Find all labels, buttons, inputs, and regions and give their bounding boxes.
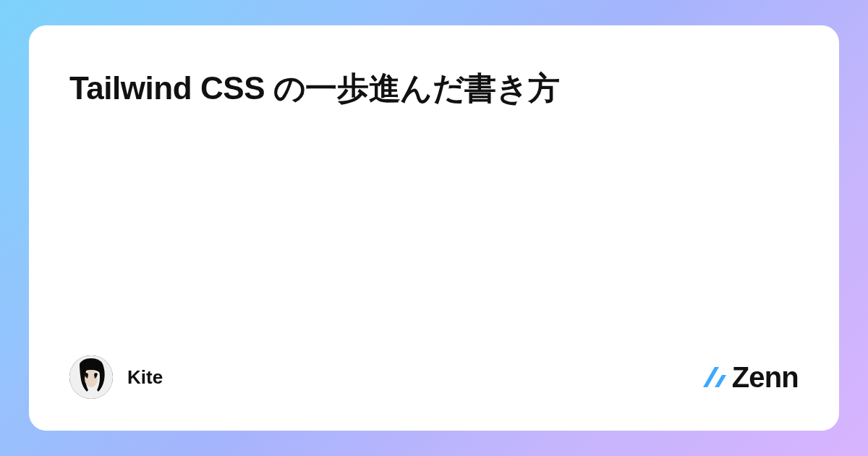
article-title: Tailwind CSS の一歩進んだ書き方 <box>69 66 799 111</box>
author-section: Kite <box>69 355 163 399</box>
article-card: Tailwind CSS の一歩進んだ書き方 Kite Zenn <box>29 25 839 431</box>
card-footer: Kite Zenn <box>69 355 799 399</box>
platform-name: Zenn <box>732 361 799 394</box>
platform-logo: Zenn <box>702 361 799 394</box>
svg-point-1 <box>85 370 98 387</box>
author-name: Kite <box>127 366 163 389</box>
author-avatar <box>69 355 113 399</box>
zenn-icon <box>702 364 728 390</box>
